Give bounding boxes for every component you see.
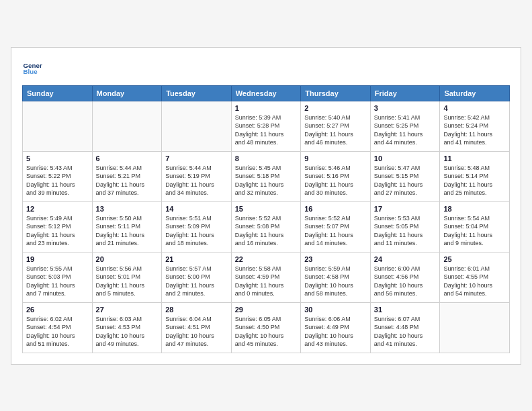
day-info: Sunrise: 5:54 AM Sunset: 5:04 PM Dayligh… <box>443 214 506 248</box>
day-number: 27 <box>96 306 159 314</box>
calendar-cell: 6Sunrise: 5:44 AM Sunset: 5:21 PM Daylig… <box>92 151 162 201</box>
calendar-cell: 1Sunrise: 5:39 AM Sunset: 5:28 PM Daylig… <box>231 101 301 151</box>
calendar-cell: 9Sunrise: 5:46 AM Sunset: 5:16 PM Daylig… <box>301 151 371 201</box>
calendar-container: General Blue SundayMondayTuesdayWednesda… <box>11 47 521 365</box>
calendar-cell: 26Sunrise: 6:02 AM Sunset: 4:54 PM Dayli… <box>23 302 93 353</box>
day-info: Sunrise: 5:59 AM Sunset: 4:58 PM Dayligh… <box>304 265 367 298</box>
weekday-header: Sunday <box>23 85 93 101</box>
svg-text:Blue: Blue <box>24 67 38 75</box>
calendar-cell: 10Sunrise: 5:47 AM Sunset: 5:15 PM Dayli… <box>370 151 440 201</box>
day-info: Sunrise: 6:00 AM Sunset: 4:56 PM Dayligh… <box>374 265 437 298</box>
day-number: 15 <box>235 205 298 213</box>
weekday-header: Monday <box>92 85 162 101</box>
calendar-cell: 27Sunrise: 6:03 AM Sunset: 4:53 PM Dayli… <box>92 302 162 353</box>
day-number: 14 <box>165 205 228 213</box>
day-info: Sunrise: 6:06 AM Sunset: 4:49 PM Dayligh… <box>304 315 367 349</box>
calendar-table: SundayMondayTuesdayWednesdayThursdayFrid… <box>22 85 510 353</box>
day-info: Sunrise: 5:58 AM Sunset: 4:59 PM Dayligh… <box>235 265 298 298</box>
day-info: Sunrise: 5:57 AM Sunset: 5:00 PM Dayligh… <box>165 265 228 298</box>
logo-icon: General Blue <box>22 58 42 79</box>
day-info: Sunrise: 5:53 AM Sunset: 5:05 PM Dayligh… <box>374 214 437 248</box>
day-number: 26 <box>26 306 89 314</box>
calendar-cell: 31Sunrise: 6:07 AM Sunset: 4:48 PM Dayli… <box>370 302 440 353</box>
day-number: 11 <box>443 154 506 163</box>
day-info: Sunrise: 6:05 AM Sunset: 4:50 PM Dayligh… <box>235 315 298 349</box>
day-info: Sunrise: 5:41 AM Sunset: 5:25 PM Dayligh… <box>374 113 437 147</box>
day-info: Sunrise: 5:44 AM Sunset: 5:19 PM Dayligh… <box>165 164 228 197</box>
calendar-cell: 4Sunrise: 5:42 AM Sunset: 5:24 PM Daylig… <box>440 101 510 151</box>
day-number: 28 <box>165 306 228 314</box>
calendar-cell: 28Sunrise: 6:04 AM Sunset: 4:51 PM Dayli… <box>162 302 232 353</box>
calendar-cell: 12Sunrise: 5:49 AM Sunset: 5:12 PM Dayli… <box>23 201 93 252</box>
day-number: 16 <box>304 205 367 213</box>
logo: General Blue <box>22 58 42 79</box>
day-info: Sunrise: 5:47 AM Sunset: 5:15 PM Dayligh… <box>374 164 437 197</box>
day-number: 22 <box>235 255 298 263</box>
day-info: Sunrise: 6:02 AM Sunset: 4:54 PM Dayligh… <box>26 315 89 349</box>
calendar-cell: 19Sunrise: 5:55 AM Sunset: 5:03 PM Dayli… <box>23 252 93 302</box>
day-number: 17 <box>374 205 437 213</box>
day-number: 29 <box>235 306 298 314</box>
day-info: Sunrise: 5:45 AM Sunset: 5:18 PM Dayligh… <box>235 164 298 197</box>
day-info: Sunrise: 5:39 AM Sunset: 5:28 PM Dayligh… <box>235 113 298 147</box>
day-number: 13 <box>96 205 159 213</box>
day-number: 24 <box>374 255 437 263</box>
day-info: Sunrise: 6:01 AM Sunset: 4:55 PM Dayligh… <box>443 265 506 298</box>
calendar-cell: 17Sunrise: 5:53 AM Sunset: 5:05 PM Dayli… <box>370 201 440 252</box>
day-number: 12 <box>26 205 89 213</box>
day-info: Sunrise: 5:43 AM Sunset: 5:22 PM Dayligh… <box>26 164 89 197</box>
calendar-cell <box>162 101 232 151</box>
day-number: 23 <box>304 255 367 263</box>
day-number: 7 <box>165 154 228 163</box>
day-info: Sunrise: 5:48 AM Sunset: 5:14 PM Dayligh… <box>443 164 506 197</box>
day-info: Sunrise: 5:55 AM Sunset: 5:03 PM Dayligh… <box>26 265 89 298</box>
day-info: Sunrise: 5:40 AM Sunset: 5:27 PM Dayligh… <box>304 113 367 147</box>
calendar-cell: 24Sunrise: 6:00 AM Sunset: 4:56 PM Dayli… <box>370 252 440 302</box>
calendar-cell: 11Sunrise: 5:48 AM Sunset: 5:14 PM Dayli… <box>440 151 510 201</box>
day-info: Sunrise: 5:50 AM Sunset: 5:11 PM Dayligh… <box>96 214 159 248</box>
day-info: Sunrise: 6:07 AM Sunset: 4:48 PM Dayligh… <box>374 315 437 349</box>
calendar-cell: 21Sunrise: 5:57 AM Sunset: 5:00 PM Dayli… <box>162 252 232 302</box>
day-number: 5 <box>26 154 89 163</box>
calendar-cell: 14Sunrise: 5:51 AM Sunset: 5:09 PM Dayli… <box>162 201 232 252</box>
calendar-cell: 30Sunrise: 6:06 AM Sunset: 4:49 PM Dayli… <box>301 302 371 353</box>
day-number: 31 <box>374 306 437 314</box>
day-number: 9 <box>304 154 367 163</box>
calendar-cell: 23Sunrise: 5:59 AM Sunset: 4:58 PM Dayli… <box>301 252 371 302</box>
day-number: 30 <box>304 306 367 314</box>
calendar-cell: 25Sunrise: 6:01 AM Sunset: 4:55 PM Dayli… <box>440 252 510 302</box>
calendar-cell: 2Sunrise: 5:40 AM Sunset: 5:27 PM Daylig… <box>301 101 371 151</box>
day-info: Sunrise: 5:56 AM Sunset: 5:01 PM Dayligh… <box>96 265 159 298</box>
calendar-cell: 29Sunrise: 6:05 AM Sunset: 4:50 PM Dayli… <box>231 302 301 353</box>
day-number: 18 <box>443 205 506 213</box>
day-number: 20 <box>96 255 159 263</box>
day-info: Sunrise: 5:52 AM Sunset: 5:08 PM Dayligh… <box>235 214 298 248</box>
day-number: 19 <box>26 255 89 263</box>
day-number: 8 <box>235 154 298 163</box>
calendar-cell: 13Sunrise: 5:50 AM Sunset: 5:11 PM Dayli… <box>92 201 162 252</box>
weekday-header: Thursday <box>301 85 371 101</box>
calendar-header: General Blue <box>22 58 510 79</box>
calendar-cell: 5Sunrise: 5:43 AM Sunset: 5:22 PM Daylig… <box>23 151 93 201</box>
calendar-cell: 18Sunrise: 5:54 AM Sunset: 5:04 PM Dayli… <box>440 201 510 252</box>
weekday-header: Friday <box>370 85 440 101</box>
calendar-cell <box>440 302 510 353</box>
calendar-cell: 8Sunrise: 5:45 AM Sunset: 5:18 PM Daylig… <box>231 151 301 201</box>
weekday-header: Tuesday <box>162 85 232 101</box>
calendar-cell: 22Sunrise: 5:58 AM Sunset: 4:59 PM Dayli… <box>231 252 301 302</box>
day-number: 3 <box>374 104 437 112</box>
day-number: 10 <box>374 154 437 163</box>
day-number: 1 <box>235 104 298 112</box>
day-number: 4 <box>443 104 506 112</box>
day-info: Sunrise: 5:51 AM Sunset: 5:09 PM Dayligh… <box>165 214 228 248</box>
day-number: 21 <box>165 255 228 263</box>
weekday-header: Saturday <box>440 85 510 101</box>
day-info: Sunrise: 5:49 AM Sunset: 5:12 PM Dayligh… <box>26 214 89 248</box>
day-number: 25 <box>443 255 506 263</box>
calendar-cell: 15Sunrise: 5:52 AM Sunset: 5:08 PM Dayli… <box>231 201 301 252</box>
day-number: 6 <box>96 154 159 163</box>
day-info: Sunrise: 6:03 AM Sunset: 4:53 PM Dayligh… <box>96 315 159 349</box>
weekday-header: Wednesday <box>231 85 301 101</box>
calendar-cell: 7Sunrise: 5:44 AM Sunset: 5:19 PM Daylig… <box>162 151 232 201</box>
calendar-cell: 20Sunrise: 5:56 AM Sunset: 5:01 PM Dayli… <box>92 252 162 302</box>
